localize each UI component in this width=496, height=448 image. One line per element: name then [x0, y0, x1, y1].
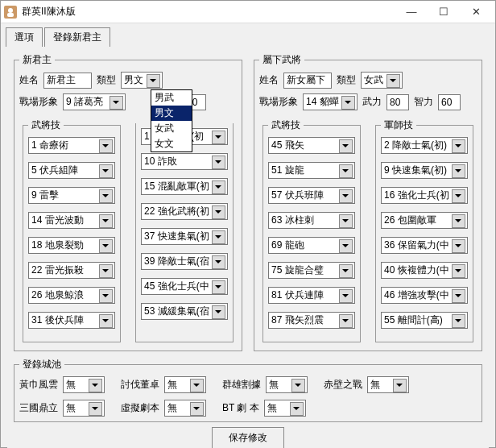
ruler-skills-legend: 武將技 — [28, 118, 64, 132]
general-atk-label: 武力 — [362, 95, 382, 109]
maximize-button[interactable]: ☐ — [428, 2, 460, 22]
app-icon — [4, 6, 17, 19]
ruler-type-select[interactable]: 男文 — [121, 72, 163, 89]
city-label: 黃巾風雲 — [19, 378, 58, 392]
ruler-skill-a-select[interactable]: 1 命療術 — [28, 137, 115, 154]
general-skill-b-select[interactable]: 55 離間計(高) — [381, 312, 468, 329]
general-atk-input[interactable] — [386, 94, 409, 110]
type-option[interactable]: 男武 — [151, 90, 192, 106]
general-int-input[interactable] — [438, 94, 461, 110]
ruler-skill-b-select[interactable]: 39 降敵士氣(宿 — [141, 253, 228, 270]
ruler-name-label: 姓名 — [19, 73, 39, 87]
general-skill-a-select[interactable]: 57 伏兵班陣 — [268, 187, 355, 204]
save-button[interactable]: 保存修改 — [212, 427, 284, 448]
general-skills-a-fieldset: 武將技 45 飛矢51 旋龍57 伏兵班陣63 冰柱刺69 龍砲75 旋龍合璧8… — [262, 118, 361, 342]
ruler-skill-a-select[interactable]: 9 雷擊 — [28, 187, 115, 204]
general-skill-a-select[interactable]: 69 龍砲 — [268, 237, 355, 254]
cities-fieldset: 登錄城池 黃巾風雲無討伐董卓無群雄割據無赤壁之戰無三國鼎立無虛擬劇本無BT 劇 … — [14, 358, 482, 422]
type-option[interactable]: 男文 — [151, 106, 192, 121]
general-skill-a-select[interactable]: 45 飛矢 — [268, 137, 355, 154]
city-pair: 三國鼎立無 — [19, 400, 105, 417]
general-type-label: 類型 — [337, 73, 356, 87]
city-label: 討伐董卓 — [121, 378, 159, 392]
city-pair: 虛擬劇本無 — [121, 400, 206, 417]
general-skills-b-legend: 軍師技 — [381, 118, 416, 132]
ruler-form-label: 戰場形象 — [19, 95, 58, 109]
city-pair: 黃巾風雲無 — [19, 376, 105, 393]
general-name-input[interactable] — [283, 73, 332, 89]
general-skill-a-select[interactable]: 51 旋龍 — [268, 162, 355, 179]
ruler-legend: 新君主 — [19, 53, 55, 67]
general-skill-b-select[interactable]: 40 恢複體力(中 — [381, 262, 468, 279]
ruler-type-dropdown[interactable]: 男武 男文 女武 女文 — [151, 89, 192, 152]
general-skill-a-select[interactable]: 87 飛矢烈震 — [268, 312, 355, 329]
tab-register-ruler[interactable]: 登錄新君主 — [44, 27, 110, 47]
close-button[interactable]: ✕ — [460, 2, 492, 22]
app-window: 群英II陳沐版 — ☐ ✕ 選項 登錄新君主 新君主 姓名 類型 男文 — [0, 0, 496, 448]
ruler-skill-a-select[interactable]: 31 後伏兵陣 — [28, 312, 115, 329]
ruler-fieldset: 新君主 姓名 類型 男文 男武 男文 女武 女文 戰場形象 9 諸葛亮 — [14, 53, 242, 351]
ruler-skill-b-select[interactable]: 45 強化士兵(中 — [141, 278, 228, 295]
minimize-button[interactable]: — — [395, 2, 428, 22]
tab-content: 新君主 姓名 類型 男文 男武 男文 女武 女文 戰場形象 9 諸葛亮 — [7, 47, 489, 448]
ruler-skills-b-fieldset: 1 鼓舞士氣(初10 詐敗15 混亂敵軍(初22 強化武將(初37 快速集氣(初… — [135, 123, 234, 342]
general-int-label: 智力 — [414, 95, 433, 109]
general-name-label: 姓名 — [259, 73, 279, 87]
city-label: 群雄割據 — [222, 378, 261, 392]
city-label: 虛擬劇本 — [121, 401, 159, 415]
titlebar[interactable]: 群英II陳沐版 — ☐ ✕ — [1, 1, 495, 23]
ruler-skill-a-select[interactable]: 26 地泉鯨浪 — [28, 287, 115, 304]
ruler-skill-b-select[interactable]: 37 快速集氣(初 — [141, 228, 228, 245]
ruler-skills-a-fieldset: 武將技 1 命療術5 伏兵組陣9 雷擊14 雷光波動18 地泉裂勁22 雷光振殺… — [23, 118, 121, 342]
city-pair: 討伐董卓無 — [121, 376, 206, 393]
svg-rect-2 — [7, 13, 14, 17]
general-type-select[interactable]: 女武 — [361, 72, 403, 89]
ruler-skill-b-select[interactable]: 22 強化武將(初 — [141, 203, 228, 220]
general-skill-a-select[interactable]: 63 冰柱刺 — [268, 212, 355, 229]
tab-bar: 選項 登錄新君主 — [1, 23, 495, 47]
city-select[interactable]: 無 — [63, 400, 105, 417]
ruler-skill-a-select[interactable]: 22 雷光振殺 — [28, 262, 115, 279]
city-pair: 群雄割據無 — [222, 376, 308, 393]
ruler-skill-b-select[interactable]: 10 詐敗 — [141, 153, 228, 170]
general-skill-b-select[interactable]: 36 保留氣力(中 — [381, 237, 468, 254]
general-skill-b-select[interactable]: 46 增強攻擊(中 — [381, 287, 468, 304]
ruler-skill-b-select[interactable]: 15 混亂敵軍(初 — [141, 178, 228, 195]
general-skill-b-select[interactable]: 16 強化士兵(初 — [381, 187, 468, 204]
city-pair: BT 劇 本無 — [222, 400, 306, 417]
ruler-skill-b-select[interactable]: 53 減緩集氣(宿 — [141, 303, 228, 320]
ruler-skill-a-select[interactable]: 5 伏兵組陣 — [28, 162, 115, 179]
tab-options[interactable]: 選項 — [6, 27, 43, 47]
city-select[interactable]: 無 — [367, 376, 409, 393]
city-pair: 赤壁之戰無 — [324, 376, 409, 393]
general-fieldset: 屬下武將 姓名 類型 女武 戰場形象 14 貂蟬 武力 智力 — [254, 53, 482, 351]
city-label: 三國鼎立 — [19, 401, 58, 415]
window-title: 群英II陳沐版 — [22, 5, 395, 19]
city-label: 赤壁之戰 — [324, 378, 362, 392]
ruler-type-label: 類型 — [97, 73, 116, 87]
city-select[interactable]: 無 — [63, 376, 105, 393]
general-skills-b-fieldset: 軍師技 2 降敵士氣(初)9 快速集氣(初)16 強化士兵(初26 包圍敵軍36… — [375, 118, 473, 342]
general-skill-b-select[interactable]: 2 降敵士氣(初) — [381, 137, 468, 154]
type-option[interactable]: 女文 — [151, 136, 192, 151]
city-select[interactable]: 無 — [164, 376, 206, 393]
ruler-skill-a-select[interactable]: 18 地泉裂勁 — [28, 237, 115, 254]
general-skill-a-select[interactable]: 81 伏兵連陣 — [268, 287, 355, 304]
general-skill-b-select[interactable]: 26 包圍敵軍 — [381, 212, 468, 229]
ruler-skill-a-select[interactable]: 14 雷光波動 — [28, 212, 115, 229]
general-form-label: 戰場形象 — [259, 95, 298, 109]
general-skills-a-legend: 武將技 — [268, 118, 304, 132]
ruler-form-select[interactable]: 9 諸葛亮 — [63, 93, 126, 110]
general-skill-b-select[interactable]: 9 快速集氣(初) — [381, 162, 468, 179]
city-select[interactable]: 無 — [164, 400, 206, 417]
general-form-select[interactable]: 14 貂蟬 — [303, 93, 358, 110]
svg-point-1 — [8, 8, 13, 13]
type-option[interactable]: 女武 — [151, 121, 192, 136]
ruler-name-input[interactable] — [43, 73, 92, 89]
city-select[interactable]: 無 — [264, 400, 306, 417]
general-legend: 屬下武將 — [259, 53, 304, 67]
city-label: BT 劇 本 — [222, 401, 259, 415]
cities-legend: 登錄城池 — [19, 358, 64, 371]
city-select[interactable]: 無 — [266, 376, 308, 393]
general-skill-a-select[interactable]: 75 旋龍合璧 — [268, 262, 355, 279]
